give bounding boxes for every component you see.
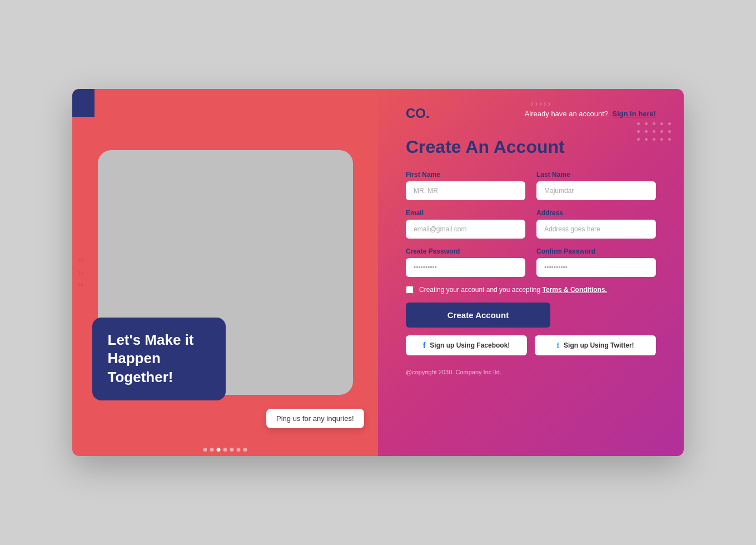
dot <box>237 448 241 452</box>
left-panel: ›› ›› ›› Let's Make it Happen Together! … <box>72 89 378 456</box>
address-input[interactable] <box>536 220 656 239</box>
sign-in-link[interactable]: Sign in here! <box>612 110 656 118</box>
chevron-icon: ›› <box>78 255 84 265</box>
address-label: Address <box>536 209 656 217</box>
dot <box>203 448 207 452</box>
ping-bubble: Ping us for any inquries! <box>266 409 364 428</box>
terms-link[interactable]: Terms & Conditions. <box>542 286 606 294</box>
image-card: Let's Make it Happen Together! Ping us f… <box>98 150 353 395</box>
dot-grid-decoration <box>637 122 673 142</box>
chevron-icon: ›› <box>78 267 84 278</box>
right-panel: › › › › › CO. Already have an account? S… <box>378 89 684 456</box>
facebook-signup-button[interactable]: f Sign up Using Facebook! <box>406 335 527 355</box>
twitter-icon: t <box>556 341 559 350</box>
chevron-icon: ›› <box>78 280 84 290</box>
terms-checkbox-row: Creating your account and you accepting … <box>406 286 656 294</box>
dot-active <box>217 448 221 452</box>
dot <box>230 448 234 452</box>
copyright-text: @copyright 2030. Company Inc ltd. <box>406 369 656 375</box>
twitter-signup-button[interactable]: t Sign up Using Twitter! <box>535 335 656 355</box>
email-input[interactable] <box>406 220 525 239</box>
address-field: Address <box>536 209 656 239</box>
dot <box>223 448 227 452</box>
password-input[interactable] <box>406 258 525 277</box>
form-title: Create An Account <box>406 137 656 157</box>
already-account-text: Already have an account? Sign in here! <box>525 110 656 118</box>
first-name-field: First Name <box>406 171 525 200</box>
social-buttons: f Sign up Using Facebook! t Sign up Usin… <box>406 335 656 355</box>
first-name-label: First Name <box>406 171 525 179</box>
facebook-icon: f <box>423 341 426 350</box>
first-name-input[interactable] <box>406 181 525 200</box>
dot <box>210 448 214 452</box>
email-label: Email <box>406 209 525 217</box>
password-field: Create Password <box>406 247 525 277</box>
hero-text-overlay: Let's Make it Happen Together! <box>92 318 226 400</box>
hero-headline: Let's Make it Happen Together! <box>108 331 210 387</box>
confirm-password-label: Confirm Password <box>536 247 656 255</box>
left-chevrons: ›› ›› ›› <box>78 255 84 290</box>
confirm-password-input[interactable] <box>536 258 656 277</box>
create-account-button[interactable]: Create Account <box>406 303 550 328</box>
form-grid: First Name Last Name Email Address Creat… <box>406 171 656 277</box>
main-card: ›› ›› ›› Let's Make it Happen Together! … <box>72 89 684 456</box>
terms-checkbox[interactable] <box>406 286 414 294</box>
email-field: Email <box>406 209 525 239</box>
carousel-dots <box>203 448 247 452</box>
last-name-input[interactable] <box>536 181 656 200</box>
password-label: Create Password <box>406 247 525 255</box>
dot <box>243 448 247 452</box>
last-name-field: Last Name <box>536 171 656 200</box>
logo: CO. <box>406 106 430 121</box>
right-header: CO. Already have an account? Sign in her… <box>406 106 656 121</box>
last-name-label: Last Name <box>536 171 656 179</box>
terms-text: Creating your account and you accepting … <box>419 286 607 294</box>
confirm-password-field: Confirm Password <box>536 247 656 277</box>
deco-chevrons: › › › › › <box>531 99 550 108</box>
